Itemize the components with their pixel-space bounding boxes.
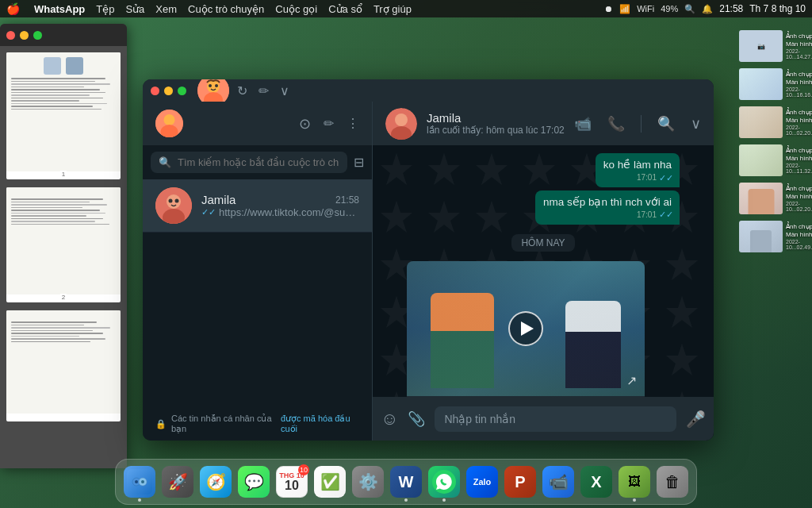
dock-excel[interactable]: X — [579, 464, 614, 499]
svg-point-3 — [209, 84, 212, 87]
wa-compose-icon[interactable]: ✏ — [259, 83, 269, 98]
pdf-thumbnail-page-3[interactable] — [6, 310, 121, 421]
wa-jamila-msg: https://www.tiktok.com/@sushine_08/video… — [219, 206, 359, 218]
wa-video-call-icon[interactable]: 📹 — [574, 115, 592, 133]
desktop-file-4[interactable]: Ảnh chụp Màn hình 2022-10...11.32.48 — [737, 143, 807, 178]
dock-finder[interactable] — [122, 464, 157, 499]
wa-msg-1-text: ko hề làm nha — [603, 159, 672, 171]
wa-status-icon[interactable]: ⊙ — [299, 115, 311, 133]
tiktok-play-triangle — [521, 321, 534, 336]
file-info-1: Ảnh chụp Màn hình 2022-10...14.27.40 — [786, 33, 812, 59]
wa-close-button[interactable] — [151, 87, 159, 95]
menubar-edit[interactable]: Sửa — [125, 3, 144, 15]
search-menubar-icon[interactable]: 🔍 — [684, 4, 695, 14]
dock-messages[interactable]: 💬 — [236, 464, 271, 499]
desktop-file-6[interactable]: Ảnh chụp Màn hình 2022-10...02.49.26 — [737, 219, 807, 254]
dock-word[interactable]: W — [389, 464, 423, 499]
svg-point-6 — [164, 114, 175, 125]
desktop-file-3[interactable]: Ảnh chụp Màn hình 2022-10...02.20.01 — [737, 105, 807, 140]
dock-powerpoint[interactable]: P — [503, 464, 538, 499]
dock-zoom[interactable]: 📹 — [541, 464, 576, 499]
menubar-app-name[interactable]: WhatsApp — [34, 3, 85, 15]
menubar-help[interactable]: Trợ giúp — [373, 3, 412, 15]
wa-chat-item-jamila[interactable]: Jamila 21:58 ✓✓ https://www.tiktok.com/@… — [143, 179, 372, 233]
wa-tiktok-card[interactable]: ↗ Join TikTok and see what I've been up … — [407, 261, 645, 397]
pdf-page-header — [11, 57, 116, 75]
wa-jamila-avatar — [155, 187, 192, 224]
wa-maximize-button[interactable] — [178, 87, 186, 95]
wa-refresh-icon[interactable]: ↻ — [237, 83, 247, 98]
wa-my-avatar[interactable] — [155, 110, 183, 137]
pdf-page-num-1: 1 — [60, 171, 67, 178]
preview-dot — [633, 498, 636, 502]
menubar-window[interactable]: Cửa sổ — [328, 3, 362, 15]
wa-chat-list: Jamila 21:58 ✓✓ https://www.tiktok.com/@… — [143, 179, 372, 407]
desktop-file-2[interactable]: Ảnh chụp Màn hình 2022-10...16.16.15 — [737, 67, 807, 102]
dock-settings[interactable]: ⚙️ — [350, 464, 385, 499]
wa-search-wrap[interactable]: 🔍 — [151, 152, 347, 173]
dock-preview[interactable]: 🖼 — [617, 464, 652, 499]
dock-launchpad[interactable]: 🚀 — [160, 464, 195, 499]
wa-search-input[interactable] — [178, 156, 339, 168]
wa-content: ⊙ ✏ ⋮ 🔍 ⊟ — [143, 102, 714, 441]
file-info-5: Ảnh chụp Màn hình 2022-10...02.20.28 — [786, 185, 812, 211]
menubar-right: ⏺ 📶 WiFi 49% 🔍 🔔 21:58 Th 7 8 thg 10 — [604, 3, 806, 14]
tiktok-share-icon[interactable]: ↗ — [626, 373, 637, 388]
menubar-call[interactable]: Cuộc gọi — [275, 3, 317, 15]
pdf-thumbnail-page-2[interactable]: 2 — [6, 187, 121, 302]
file-info-4: Ảnh chụp Màn hình 2022-10...11.32.48 — [786, 147, 812, 173]
wa-msg-1-time: 17:01 ✓✓ — [637, 172, 673, 184]
dock-trash[interactable]: 🗑 — [655, 464, 690, 499]
menubar-file[interactable]: Tệp — [96, 3, 114, 15]
pdf-thumbnail-page-1[interactable]: 1 — [6, 52, 121, 179]
finder-icon — [124, 466, 155, 498]
notification-icon[interactable]: 🔔 — [702, 4, 713, 14]
close-button[interactable] — [6, 31, 15, 40]
desktop-file-1[interactable]: 📷 Ảnh chụp Màn hình 2022-10...14.27.40 — [737, 29, 807, 64]
minimize-button[interactable] — [20, 31, 29, 40]
wa-chat-header: Jamila lần cuối thấy: hôm qua lúc 17:02 … — [373, 102, 714, 145]
menubar-view[interactable]: Xem — [155, 3, 177, 15]
file-info-2: Ảnh chụp Màn hình 2022-10...16.16.15 — [786, 71, 812, 97]
wa-more-options-icon[interactable]: ∨ — [691, 115, 701, 133]
desktop-files: 📷 Ảnh chụp Màn hình 2022-10...14.27.40 Ả… — [733, 24, 812, 259]
wa-voice-call-icon[interactable]: 📞 — [607, 115, 625, 133]
file-name-4: Ảnh chụp Màn hình — [786, 147, 812, 162]
file-name-5: Ảnh chụp Màn hình — [786, 185, 812, 200]
wa-menu-icon[interactable]: ⋮ — [347, 116, 359, 131]
file-thumbnail-2 — [739, 68, 783, 100]
wa-filter-icon[interactable]: ⊟ — [354, 155, 364, 170]
wa-search-icon: 🔍 — [159, 156, 171, 168]
pdf-thumbnail-panel: 1 — [0, 24, 127, 468]
wa-emoji-icon[interactable]: ☺ — [381, 409, 398, 429]
dock-calendar[interactable]: THG 10 10 10 — [274, 464, 309, 499]
tiktok-play-button[interactable] — [508, 311, 543, 346]
dock-reminders[interactable]: ✅ — [312, 464, 347, 499]
wa-minimize-button[interactable] — [164, 87, 173, 95]
word-dot — [404, 498, 408, 502]
file-name-6: Ảnh chụp Màn hình — [786, 223, 812, 238]
dock-zalo[interactable]: Zalo — [465, 464, 500, 499]
desktop-file-5[interactable]: Ảnh chụp Màn hình 2022-10...02.20.28 — [737, 181, 807, 216]
wa-search-chat-icon[interactable]: 🔍 — [657, 115, 675, 133]
svg-point-20 — [141, 480, 144, 483]
dock-safari[interactable]: 🧭 — [198, 464, 233, 499]
wa-chevron-icon[interactable]: ∨ — [280, 83, 289, 98]
wa-chat-header-status: lần cuối thấy: hôm qua lúc 17:02 — [427, 125, 565, 136]
maximize-button[interactable] — [33, 31, 42, 40]
wa-new-chat-icon[interactable]: ✏ — [324, 116, 334, 131]
wa-chat-contact-avatar[interactable] — [385, 108, 417, 140]
menubar-conversation[interactable]: Cuộc trò chuyện — [188, 3, 264, 15]
apple-menu[interactable]: 🍎 — [6, 2, 20, 15]
wa-message-input-box[interactable]: Nhập tin nhắn — [435, 406, 676, 432]
wa-mic-icon[interactable]: 🎤 — [686, 410, 706, 429]
battery-icon[interactable]: 49% — [661, 4, 678, 13]
dock-whatsapp[interactable] — [427, 464, 462, 499]
wa-chat-header-name: Jamila — [427, 111, 565, 125]
wifi-icon[interactable]: WiFi — [637, 4, 654, 13]
wa-msg-2-time: 17:01 ✓✓ — [637, 209, 673, 221]
wa-attach-icon[interactable]: 📎 — [408, 410, 425, 428]
wa-msg-2: nma sếp bạn thì nch với ai 17:01 ✓✓ — [535, 190, 680, 225]
wa-encrypted-link[interactable]: được mã hóa đầu cuối — [281, 414, 359, 434]
pdf-text-lines-3 — [11, 321, 116, 342]
